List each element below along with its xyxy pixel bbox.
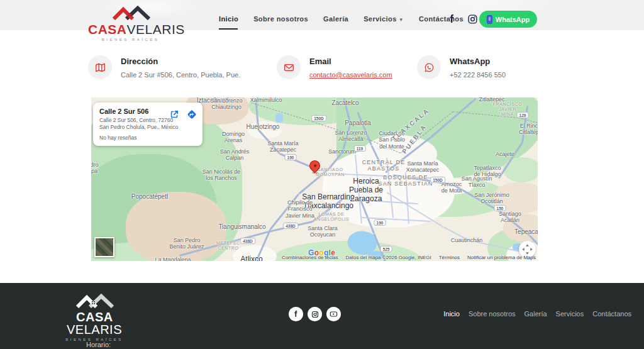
footer-link-sobre-nosotros[interactable]: Sobre nosotros: [469, 310, 516, 318]
map-attribution: Combinaciones de teclas Datos del mapa ©…: [282, 255, 536, 260]
map-icon: [88, 55, 112, 79]
nav-item-inicio[interactable]: Inicio: [219, 15, 238, 30]
contact-title: Dirección: [121, 57, 240, 66]
open-in-maps-icon[interactable]: [169, 109, 180, 120]
contact-value: Calle 2 Sur #506, Centro, Puebla, Pue.: [121, 71, 240, 79]
terms-link[interactable]: Términos: [439, 255, 460, 260]
nav-item-galeria[interactable]: Galería: [323, 15, 348, 30]
phone-icon: [487, 15, 492, 24]
route-shield: 150: [494, 205, 506, 211]
schedule-label: Horario:: [86, 341, 111, 348]
nav-item-servicios[interactable]: Servicios▼: [364, 15, 404, 30]
footer-social: [289, 307, 341, 321]
main-nav: Inicio Sobre nosotros Galería Servicios▼…: [219, 15, 464, 30]
logo-tagline: BIENES RAÍCES: [88, 38, 173, 42]
footer-link-servicios[interactable]: Servicios: [556, 310, 584, 318]
route-shield: 129: [517, 112, 529, 118]
facebook-icon[interactable]: [289, 307, 303, 321]
satellite-toggle[interactable]: [94, 237, 114, 257]
instagram-icon[interactable]: [467, 14, 478, 25]
contact-value: +52 222 8456 550: [450, 71, 506, 79]
footer-link-contactanos[interactable]: Contáctanos: [592, 310, 631, 318]
site-header: CASAVELARIS BIENES RAÍCES Inicio Sobre n…: [0, 0, 644, 39]
whatsapp-button[interactable]: WhatsApp: [479, 11, 537, 28]
facebook-icon[interactable]: [447, 14, 457, 25]
route-shield: 438D: [283, 223, 298, 229]
header-logo[interactable]: CASAVELARIS BIENES RAÍCES: [88, 5, 173, 42]
nav-item-sobre-nosotros[interactable]: Sobre nosotros: [253, 15, 308, 30]
contact-card-direccion: Dirección Calle 2 Sur #506, Centro, Pueb…: [88, 55, 240, 79]
youtube-icon[interactable]: [326, 307, 341, 321]
route-shield: 438D: [240, 238, 255, 244]
google-map[interactable]: IztaccíhuatlSan Lorenzo ChiautzingoXalmi…: [91, 97, 538, 261]
report-problem-link[interactable]: Notificar un problema de Maps: [467, 255, 536, 260]
header-social: [447, 14, 478, 25]
roof-logo-icon: [111, 5, 150, 20]
logo-wordmark: CASA VELARIS: [53, 311, 135, 336]
contact-title: WhatsApp: [450, 57, 506, 66]
map-info-card: Calle 2 Sur 506 Calle 2 Sur 506, Centro,…: [93, 102, 203, 146]
route-shield: 190: [374, 219, 386, 226]
contact-info-section: Dirección Calle 2 Sur #506, Centro, Pueb…: [0, 55, 644, 91]
route-shield: 150D: [311, 115, 326, 121]
map-card-reviews: No hay reseñas: [99, 135, 196, 141]
route-shield: 190: [285, 154, 297, 160]
instagram-icon[interactable]: [308, 307, 322, 321]
map-data-copyright: Datos del mapa ©2026 Google, INEGI: [346, 255, 431, 260]
directions-icon[interactable]: [186, 109, 197, 120]
map-pin[interactable]: [309, 160, 320, 174]
roof-logo-icon: [75, 293, 114, 308]
contact-title: Email: [309, 57, 392, 66]
page: CASAVELARIS BIENES RAÍCES Inicio Sobre n…: [0, 0, 644, 349]
route-shield: 119: [354, 145, 366, 152]
chevron-down-icon: ▼: [399, 17, 404, 23]
email-icon: [277, 55, 301, 79]
footer-nav: Inicio Sobre nosotros Galería Servicios …: [443, 310, 631, 318]
keyboard-shortcuts-link[interactable]: Combinaciones de teclas: [282, 255, 338, 260]
logo-wordmark: CASAVELARIS: [88, 23, 173, 36]
map-road: [443, 226, 469, 241]
email-link[interactable]: contacto@casavelaris.com: [309, 71, 392, 79]
footer-link-inicio[interactable]: Inicio: [443, 310, 460, 318]
route-shield: 525: [380, 246, 392, 252]
site-footer: CASA VELARIS BIENES RAÍCES Inicio Sobre …: [0, 283, 644, 349]
footer-logo[interactable]: CASA VELARIS BIENES RAÍCES: [53, 293, 135, 341]
footer-link-galeria[interactable]: Galería: [525, 310, 547, 318]
contact-card-whatsapp: WhatsApp +52 222 8456 550: [417, 55, 506, 79]
route-shield: 150D: [430, 177, 445, 183]
whatsapp-icon: [417, 55, 441, 79]
contact-card-email: Email contacto@casavelaris.com: [277, 55, 392, 79]
map-label: Santa Clara Ocoyucan: [308, 225, 338, 238]
